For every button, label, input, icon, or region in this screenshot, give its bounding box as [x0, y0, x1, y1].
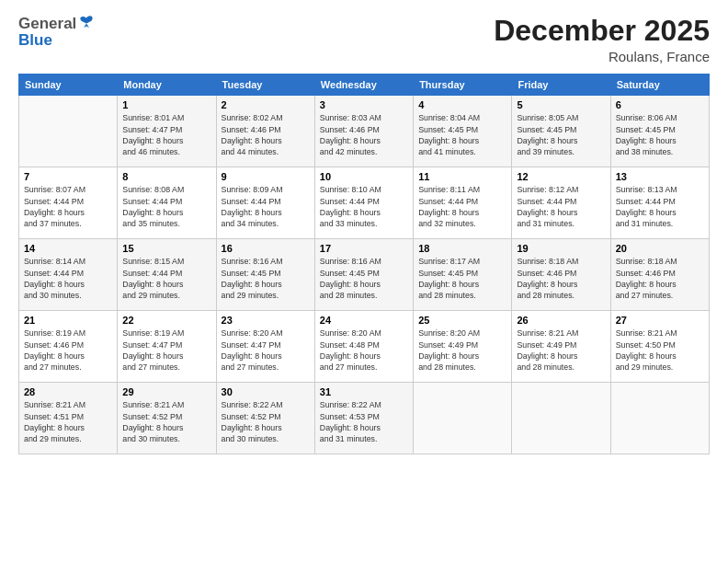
- day-number: 12: [517, 171, 605, 182]
- calendar-cell: [19, 96, 118, 167]
- day-number: 11: [418, 171, 506, 182]
- calendar-cell: 29Sunrise: 8:21 AMSunset: 4:52 PMDayligh…: [118, 383, 216, 454]
- day-info: Sunrise: 8:21 AMSunset: 4:51 PMDaylight:…: [24, 399, 112, 444]
- day-info: Sunrise: 8:06 AMSunset: 4:45 PMDaylight:…: [616, 112, 704, 157]
- calendar-cell: 20Sunrise: 8:18 AMSunset: 4:46 PMDayligh…: [610, 239, 709, 311]
- day-number: 5: [517, 99, 605, 110]
- calendar-cell: 6Sunrise: 8:06 AMSunset: 4:45 PMDaylight…: [610, 96, 709, 167]
- calendar-cell: 21Sunrise: 8:19 AMSunset: 4:46 PMDayligh…: [19, 311, 118, 383]
- day-number: 14: [24, 243, 112, 254]
- day-number: 9: [222, 171, 310, 182]
- calendar-cell: 23Sunrise: 8:20 AMSunset: 4:47 PMDayligh…: [216, 311, 314, 383]
- calendar-cell: 2Sunrise: 8:02 AMSunset: 4:46 PMDaylight…: [216, 96, 314, 167]
- calendar-cell: 22Sunrise: 8:19 AMSunset: 4:47 PMDayligh…: [118, 311, 216, 383]
- day-number: 25: [418, 315, 506, 326]
- day-info: Sunrise: 8:22 AMSunset: 4:53 PMDaylight:…: [320, 399, 408, 444]
- calendar-cell: 19Sunrise: 8:18 AMSunset: 4:46 PMDayligh…: [512, 239, 610, 311]
- month-title: December 2025: [494, 15, 710, 47]
- calendar-cell: [414, 383, 512, 454]
- day-number: 8: [122, 171, 210, 182]
- day-number: 17: [320, 243, 408, 254]
- calendar-cell: 30Sunrise: 8:22 AMSunset: 4:52 PMDayligh…: [216, 383, 314, 454]
- header: General Blue December 2025 Roulans, Fran…: [18, 15, 710, 64]
- day-number: 13: [616, 171, 704, 182]
- col-wednesday: Wednesday: [314, 75, 413, 96]
- header-row: Sunday Monday Tuesday Wednesday Thursday…: [19, 75, 710, 96]
- day-info: Sunrise: 8:05 AMSunset: 4:45 PMDaylight:…: [517, 112, 605, 157]
- calendar-cell: 3Sunrise: 8:03 AMSunset: 4:46 PMDaylight…: [314, 96, 413, 167]
- calendar-cell: 12Sunrise: 8:12 AMSunset: 4:44 PMDayligh…: [512, 167, 610, 239]
- calendar-week-1: 1Sunrise: 8:01 AMSunset: 4:47 PMDaylight…: [19, 96, 710, 167]
- calendar-cell: [610, 383, 709, 454]
- calendar-page: General Blue December 2025 Roulans, Fran…: [0, 0, 728, 563]
- logo-bird-icon: [78, 15, 95, 29]
- calendar-week-5: 28Sunrise: 8:21 AMSunset: 4:51 PMDayligh…: [19, 383, 710, 454]
- day-number: 10: [320, 171, 408, 182]
- day-info: Sunrise: 8:16 AMSunset: 4:45 PMDaylight:…: [320, 256, 408, 301]
- day-info: Sunrise: 8:09 AMSunset: 4:44 PMDaylight:…: [222, 184, 310, 229]
- day-number: 21: [24, 315, 112, 326]
- day-info: Sunrise: 8:03 AMSunset: 4:46 PMDaylight:…: [320, 112, 408, 157]
- day-info: Sunrise: 8:18 AMSunset: 4:46 PMDaylight:…: [517, 256, 605, 301]
- day-number: 29: [122, 386, 210, 397]
- day-number: 7: [24, 171, 112, 182]
- day-number: 26: [517, 315, 605, 326]
- col-thursday: Thursday: [414, 75, 512, 96]
- col-sunday: Sunday: [19, 75, 118, 96]
- day-number: 30: [222, 386, 310, 397]
- calendar-cell: 14Sunrise: 8:14 AMSunset: 4:44 PMDayligh…: [19, 239, 118, 311]
- day-info: Sunrise: 8:19 AMSunset: 4:46 PMDaylight:…: [24, 327, 112, 373]
- day-info: Sunrise: 8:14 AMSunset: 4:44 PMDaylight:…: [24, 256, 112, 301]
- day-number: 22: [122, 315, 210, 326]
- calendar-cell: 15Sunrise: 8:15 AMSunset: 4:44 PMDayligh…: [118, 239, 216, 311]
- calendar-cell: 26Sunrise: 8:21 AMSunset: 4:49 PMDayligh…: [512, 311, 610, 383]
- calendar-table: Sunday Monday Tuesday Wednesday Thursday…: [18, 74, 710, 454]
- day-number: 24: [320, 315, 408, 326]
- col-friday: Friday: [512, 75, 610, 96]
- calendar-cell: 17Sunrise: 8:16 AMSunset: 4:45 PMDayligh…: [314, 239, 413, 311]
- day-number: 4: [418, 99, 506, 110]
- day-number: 1: [122, 99, 210, 110]
- day-info: Sunrise: 8:20 AMSunset: 4:48 PMDaylight:…: [320, 327, 408, 373]
- calendar-cell: [512, 383, 610, 454]
- day-number: 31: [320, 386, 408, 397]
- day-info: Sunrise: 8:21 AMSunset: 4:52 PMDaylight:…: [122, 399, 210, 444]
- day-info: Sunrise: 8:08 AMSunset: 4:44 PMDaylight:…: [122, 184, 210, 229]
- calendar-cell: 7Sunrise: 8:07 AMSunset: 4:44 PMDaylight…: [19, 167, 118, 239]
- calendar-cell: 9Sunrise: 8:09 AMSunset: 4:44 PMDaylight…: [216, 167, 314, 239]
- day-info: Sunrise: 8:20 AMSunset: 4:49 PMDaylight:…: [418, 327, 506, 373]
- day-info: Sunrise: 8:21 AMSunset: 4:49 PMDaylight:…: [517, 327, 605, 373]
- calendar-cell: 4Sunrise: 8:04 AMSunset: 4:45 PMDaylight…: [414, 96, 512, 167]
- day-info: Sunrise: 8:04 AMSunset: 4:45 PMDaylight:…: [418, 112, 506, 157]
- calendar-body: 1Sunrise: 8:01 AMSunset: 4:47 PMDaylight…: [19, 96, 710, 454]
- day-number: 16: [222, 243, 310, 254]
- day-info: Sunrise: 8:16 AMSunset: 4:45 PMDaylight:…: [222, 256, 310, 301]
- day-number: 18: [418, 243, 506, 254]
- title-block: December 2025 Roulans, France: [494, 15, 710, 64]
- day-info: Sunrise: 8:07 AMSunset: 4:44 PMDaylight:…: [24, 184, 112, 229]
- calendar-week-4: 21Sunrise: 8:19 AMSunset: 4:46 PMDayligh…: [19, 311, 710, 383]
- calendar-cell: 25Sunrise: 8:20 AMSunset: 4:49 PMDayligh…: [414, 311, 512, 383]
- calendar-cell: 24Sunrise: 8:20 AMSunset: 4:48 PMDayligh…: [314, 311, 413, 383]
- calendar-cell: 5Sunrise: 8:05 AMSunset: 4:45 PMDaylight…: [512, 96, 610, 167]
- logo-blue: Blue: [18, 31, 52, 50]
- day-info: Sunrise: 8:01 AMSunset: 4:47 PMDaylight:…: [122, 112, 210, 157]
- location: Roulans, France: [494, 49, 710, 64]
- day-info: Sunrise: 8:10 AMSunset: 4:44 PMDaylight:…: [320, 184, 408, 229]
- day-number: 15: [122, 243, 210, 254]
- col-saturday: Saturday: [610, 75, 709, 96]
- logo-general: General: [18, 15, 76, 33]
- calendar-cell: 16Sunrise: 8:16 AMSunset: 4:45 PMDayligh…: [216, 239, 314, 311]
- calendar-week-3: 14Sunrise: 8:14 AMSunset: 4:44 PMDayligh…: [19, 239, 710, 311]
- calendar-week-2: 7Sunrise: 8:07 AMSunset: 4:44 PMDaylight…: [19, 167, 710, 239]
- col-tuesday: Tuesday: [216, 75, 314, 96]
- day-info: Sunrise: 8:21 AMSunset: 4:50 PMDaylight:…: [616, 327, 704, 373]
- calendar-cell: 31Sunrise: 8:22 AMSunset: 4:53 PMDayligh…: [314, 383, 413, 454]
- day-number: 27: [616, 315, 704, 326]
- day-info: Sunrise: 8:12 AMSunset: 4:44 PMDaylight:…: [517, 184, 605, 229]
- col-monday: Monday: [118, 75, 216, 96]
- day-number: 6: [616, 99, 704, 110]
- day-info: Sunrise: 8:20 AMSunset: 4:47 PMDaylight:…: [222, 327, 310, 373]
- logo: General Blue: [18, 15, 95, 50]
- calendar-cell: 18Sunrise: 8:17 AMSunset: 4:45 PMDayligh…: [414, 239, 512, 311]
